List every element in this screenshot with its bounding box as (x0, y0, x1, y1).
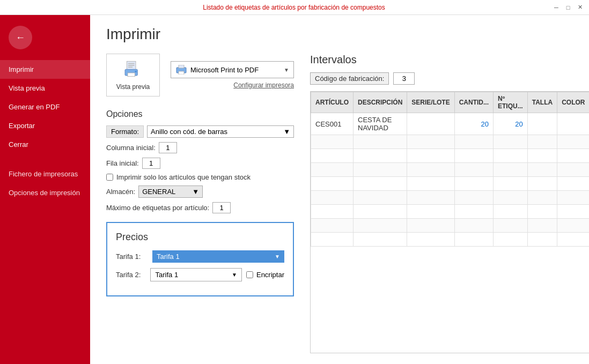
page-title: Imprimir (106, 26, 573, 43)
almacen-row: Almacén: GENERAL ▼ (106, 185, 294, 198)
tarifa2-dropdown-arrow-icon: ▼ (232, 272, 237, 278)
sidebar-item-generar-pdf[interactable]: Generar en PDF (0, 98, 90, 116)
content-body: Vista previa Microsoft Print (106, 54, 573, 353)
sidebar-item-opciones-impresion[interactable]: Opciones de impresión (0, 183, 90, 202)
right-panel: Intervalos Código de fabricación: ARTÍCU… (310, 54, 589, 353)
cell-articulo: CES001 (311, 113, 354, 135)
svg-rect-5 (128, 73, 135, 77)
cell-empty (354, 205, 407, 219)
minimize-button[interactable]: ─ (551, 3, 561, 12)
cell-empty (354, 163, 407, 177)
fila-inicial-input[interactable] (142, 158, 160, 169)
cell-empty (527, 205, 557, 219)
cell-descripcion: CESTA DE NAVIDAD (354, 113, 407, 135)
cell-empty (354, 219, 407, 233)
almacen-dropdown[interactable]: GENERAL ▼ (138, 185, 203, 198)
title-bar-text: Listado de etiquetas de artículos por fa… (36, 4, 551, 11)
col-articulo: ARTÍCULO (311, 92, 354, 113)
maximo-row: Máximo de etiquetas por artículo: (106, 202, 294, 213)
svg-rect-1 (128, 63, 135, 64)
precios-section: Precios Tarifa 1: Tarifa 1 ▼ Tarifa 2: T… (106, 222, 294, 296)
col-descripcion: DESCRIPCIÓN (354, 92, 407, 113)
col-color: COLOR (557, 92, 589, 113)
columna-inicial-input[interactable] (159, 142, 177, 153)
back-button[interactable]: ← (9, 26, 32, 49)
codigo-fabricacion-label: Código de fabricación: (310, 72, 389, 85)
format-dropdown[interactable]: Anillo con cód. de barras ▼ (147, 125, 294, 138)
almacen-label: Almacén: (106, 188, 135, 196)
cell-empty (527, 135, 557, 149)
intervalos-title: Intervalos (310, 54, 589, 66)
maximo-label: Máximo de etiquetas por artículo: (106, 204, 209, 212)
encriptar-row: Encriptar (246, 271, 284, 279)
cell-empty (494, 135, 528, 149)
tarifa2-dropdown[interactable]: Tarifa 1 ▼ (150, 268, 241, 281)
table-row-empty-4 (311, 177, 590, 191)
maximize-button[interactable]: □ (563, 3, 573, 12)
svg-point-6 (135, 71, 136, 72)
sidebar-item-fichero-impresoras[interactable]: Fichero de impresoras (0, 165, 90, 183)
codigo-fabricacion-input[interactable] (393, 72, 415, 85)
cell-empty (311, 163, 354, 177)
cell-empty (454, 219, 493, 233)
cell-empty (454, 135, 493, 149)
cell-empty (527, 219, 557, 233)
intervalos-table-container: ARTÍCULO DESCRIPCIÓN SERIE/LOTE CANTID..… (310, 91, 589, 353)
cell-empty (454, 205, 493, 219)
cell-empty (407, 233, 454, 247)
columna-inicial-label: Columna inicial: (106, 144, 156, 152)
format-label: Formato: (106, 125, 144, 138)
stock-label: Imprimir solo los artículos que tengan s… (116, 173, 251, 181)
cell-color (557, 113, 589, 135)
tarifa2-value: Tarifa 1 (155, 271, 230, 279)
preview-box[interactable]: Vista previa (106, 54, 160, 96)
table-row-empty-8 (311, 233, 590, 247)
cell-empty (311, 135, 354, 149)
tarifa2-label: Tarifa 2: (116, 271, 146, 279)
printer-section: Microsoft Print to PDF ▼ Configurar impr… (171, 61, 294, 89)
tarifa1-dropdown[interactable]: Tarifa 1 ▼ (152, 250, 284, 263)
cell-empty (557, 135, 589, 149)
cell-empty (557, 219, 589, 233)
col-talla: TALLA (527, 92, 557, 113)
col-serie-lote: SERIE/LOTE (407, 92, 454, 113)
tarifa1-value: Tarifa 1 (157, 252, 273, 261)
cell-empty (527, 149, 557, 163)
printer-selector[interactable]: Microsoft Print to PDF ▼ (171, 61, 294, 78)
cell-empty (311, 233, 354, 247)
cell-empty (407, 219, 454, 233)
sidebar-item-cerrar[interactable]: Cerrar (0, 135, 90, 154)
format-dropdown-arrow-icon: ▼ (283, 128, 290, 136)
stock-checkbox[interactable] (106, 174, 113, 181)
printer-name: Microsoft Print to PDF (190, 66, 281, 74)
encriptar-checkbox[interactable] (246, 271, 253, 278)
tarifa1-label: Tarifa 1: (116, 252, 148, 261)
cell-empty (354, 135, 407, 149)
close-button[interactable]: ✕ (575, 3, 585, 12)
precios-title: Precios (116, 232, 284, 243)
cell-empty (354, 191, 407, 205)
cell-empty (494, 191, 528, 205)
cell-empty (354, 233, 407, 247)
codigo-fabricacion-row: Código de fabricación: (310, 72, 589, 85)
cell-empty (527, 233, 557, 247)
printer-icon (175, 65, 187, 75)
maximo-input[interactable] (212, 202, 231, 213)
configure-printer-link[interactable]: Configurar impresora (171, 81, 294, 89)
sidebar-item-exportar[interactable]: Exportar (0, 116, 90, 135)
format-row: Formato: Anillo con cód. de barras ▼ (106, 125, 294, 138)
cell-empty (454, 233, 493, 247)
cell-empty (494, 163, 528, 177)
sidebar: ← Imprimir Vista previa Generar en PDF E… (0, 15, 90, 364)
left-panel: Vista previa Microsoft Print (106, 54, 294, 353)
sidebar-item-imprimir[interactable]: Imprimir (0, 60, 90, 79)
table-row-empty-7 (311, 219, 590, 233)
table-row-empty-1 (311, 135, 590, 149)
fila-inicial-label: Fila inicial: (106, 159, 139, 167)
cell-empty (494, 149, 528, 163)
almacen-value: GENERAL (142, 188, 189, 196)
sidebar-item-vista-previa[interactable]: Vista previa (0, 79, 90, 98)
cell-empty (557, 191, 589, 205)
printer-dropdown-arrow-icon: ▼ (284, 67, 289, 73)
table-row-empty-6 (311, 205, 590, 219)
